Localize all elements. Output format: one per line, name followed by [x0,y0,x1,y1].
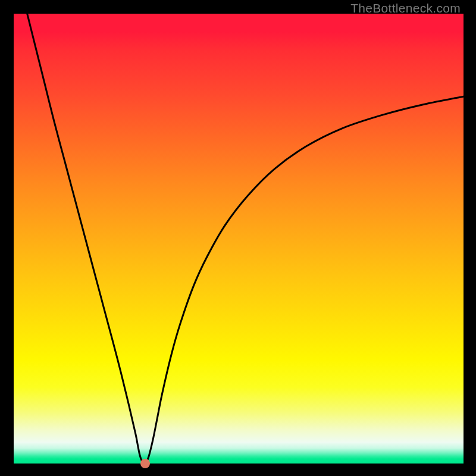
bottleneck-marker-icon [140,459,150,468]
branding-watermark: TheBottleneck.com [350,1,461,15]
gradient-background [14,14,464,464]
plot-area [14,14,464,464]
chart-frame [0,0,476,476]
